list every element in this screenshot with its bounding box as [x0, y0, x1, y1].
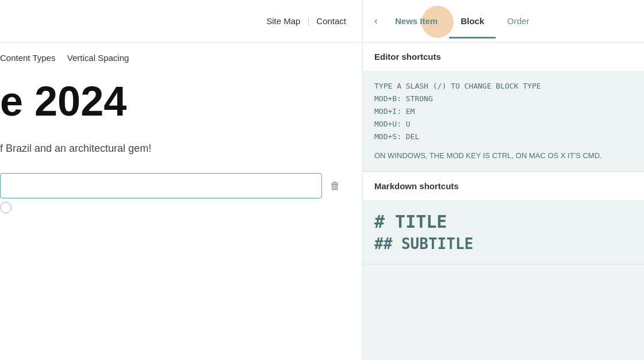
breadcrumb-content-types[interactable]: Content Types	[0, 53, 55, 63]
shortcut-slash: TYPE A SLASH (/) TO CHANGE BLOCK TYPE	[374, 80, 632, 93]
circle-button[interactable]	[0, 202, 12, 213]
editor-shortcuts-section: Editor shortcuts TYPE A SLASH (/) TO CHA…	[363, 43, 644, 172]
shortcut-del: MOD+S: DEL	[374, 131, 632, 143]
breadcrumb-separator	[59, 53, 63, 63]
shortcut-note: ON WINDOWS, THE MOD KEY IS CTRL, ON MAC …	[374, 150, 632, 162]
delete-icon: 🗑	[330, 180, 340, 192]
bottom-row	[0, 202, 362, 213]
md-h2-example: ## SUBTITLE	[374, 235, 632, 252]
top-nav: Site Map | Contact	[0, 0, 362, 43]
tab-order[interactable]: Order	[496, 10, 540, 32]
shortcut-underline: MOD+U: U	[374, 118, 632, 131]
md-h1-example: # TITLE	[374, 212, 632, 232]
editor-shortcuts-header: Editor shortcuts	[363, 43, 644, 71]
site-map-link[interactable]: Site Map	[266, 16, 300, 26]
markdown-shortcuts-body: # TITLE ## SUBTITLE	[363, 200, 644, 264]
page-title: e 2024	[0, 79, 362, 124]
delete-button[interactable]: 🗑	[328, 178, 343, 194]
right-panel: ‹ News Item Block Order Editor shortcuts…	[362, 0, 644, 360]
tab-news-item[interactable]: News Item	[384, 10, 449, 32]
main-content: e 2024 f Brazil and an architectural gem…	[0, 70, 362, 213]
shortcut-bold: MOD+B: STRONG	[374, 93, 632, 105]
right-header: ‹ News Item Block Order	[363, 0, 644, 43]
back-button[interactable]: ‹	[369, 10, 384, 32]
back-icon: ‹	[374, 15, 378, 27]
contact-link[interactable]: Contact	[316, 16, 346, 26]
input-row: 🗑	[0, 173, 362, 198]
markdown-shortcuts-section: Markdown shortcuts # TITLE ## SUBTITLE	[363, 172, 644, 265]
markdown-shortcuts-header: Markdown shortcuts	[363, 172, 644, 200]
tab-block[interactable]: Block	[449, 10, 496, 32]
nav-divider: |	[307, 16, 309, 26]
breadcrumb: Content Types Vertical Spacing	[0, 43, 362, 70]
shortcut-em: MOD+I: EM	[374, 105, 632, 118]
text-input[interactable]	[0, 173, 322, 198]
left-panel: Site Map | Contact Content Types Vertica…	[0, 0, 362, 360]
breadcrumb-vertical-spacing[interactable]: Vertical Spacing	[67, 53, 129, 63]
editor-shortcuts-body: TYPE A SLASH (/) TO CHANGE BLOCK TYPE MO…	[363, 71, 644, 171]
description-text: f Brazil and an architectural gem!	[0, 143, 362, 155]
